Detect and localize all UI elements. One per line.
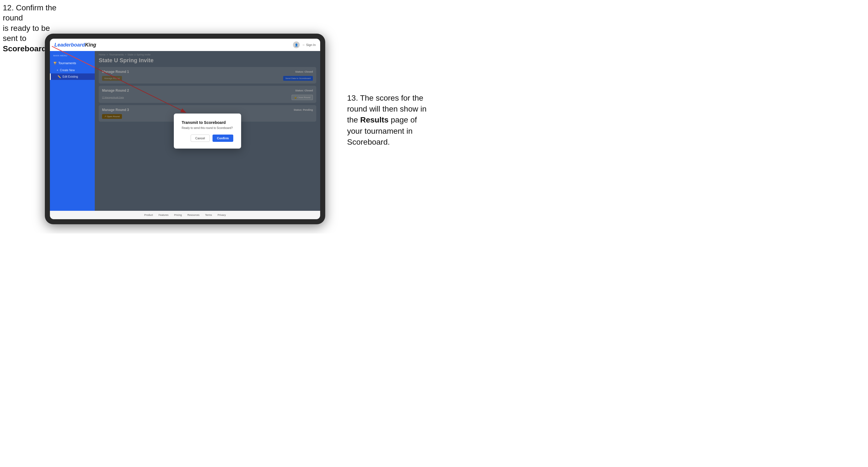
trophy-icon: 🏆 xyxy=(53,62,57,65)
footer-resources[interactable]: Resources xyxy=(188,214,199,216)
annotation-line2: is ready to be sent to xyxy=(3,24,50,42)
logo-text-king: King xyxy=(85,42,96,48)
nav-right: 👤 → Sign In xyxy=(293,41,316,48)
tablet-device: LeaderboardKing 👤 → Sign In MAIN MENU 🏆 … xyxy=(45,34,325,224)
sidebar-item-edit-existing[interactable]: ✏️ Edit Existing xyxy=(50,73,95,80)
user-avatar: 👤 xyxy=(293,41,300,48)
sidebar-item-create-new[interactable]: + Create New xyxy=(50,67,95,73)
dialog-title: Transmit to Scoreboard xyxy=(182,120,233,125)
create-new-label: Create New xyxy=(60,69,75,72)
dialog-actions: Cancel Confirm xyxy=(182,134,233,142)
annotation-bold: Scoreboard. xyxy=(3,44,49,53)
sidebar-item-tournaments[interactable]: 🏆 Tournaments xyxy=(50,59,95,67)
footer-terms[interactable]: Terms xyxy=(205,214,212,216)
step-number: 12. xyxy=(3,3,14,12)
dialog-subtitle: Ready to send this round to Scoreboard? xyxy=(182,126,233,129)
sign-in-label: Sign In xyxy=(306,43,316,46)
top-nav: LeaderboardKing 👤 → Sign In xyxy=(50,39,320,51)
content-area: Home > Tournaments > State U Spring Invi… xyxy=(95,51,320,211)
modal-overlay: Transmit to Scoreboard Ready to send thi… xyxy=(95,51,320,211)
edit-existing-label: Edit Existing xyxy=(63,75,78,78)
footer-features[interactable]: Features xyxy=(158,214,168,216)
confirm-button[interactable]: Confirm xyxy=(213,134,233,142)
plus-icon: + xyxy=(57,69,58,72)
sign-in-button[interactable]: → Sign In xyxy=(302,43,316,46)
logo-area: LeaderboardKing xyxy=(54,42,96,48)
transmit-dialog: Transmit to Scoreboard Ready to send thi… xyxy=(174,114,241,149)
logo: LeaderboardKing xyxy=(54,42,96,48)
footer-privacy[interactable]: Privacy xyxy=(218,214,226,216)
sidebar: MAIN MENU 🏆 Tournaments + Create New ✏️ … xyxy=(50,51,95,211)
logo-text-main: Leaderboard xyxy=(54,42,85,48)
main-menu-label: MAIN MENU xyxy=(50,54,95,59)
edit-icon: ✏️ xyxy=(58,75,61,78)
tablet-screen: LeaderboardKing 👤 → Sign In MAIN MENU 🏆 … xyxy=(50,39,320,219)
annotation-right: 13. The scores for the round will then s… xyxy=(347,93,428,148)
footer: Product Features Pricing Resources Terms… xyxy=(50,211,320,219)
main-area: MAIN MENU 🏆 Tournaments + Create New ✏️ … xyxy=(50,51,320,211)
footer-pricing[interactable]: Pricing xyxy=(174,214,182,216)
annotation-right-step: 13. The scores for the round will then s… xyxy=(347,94,427,146)
tournaments-label: Tournaments xyxy=(58,61,76,65)
footer-product[interactable]: Product xyxy=(144,214,153,216)
sign-in-icon: → xyxy=(302,43,305,46)
cancel-button[interactable]: Cancel xyxy=(191,134,210,142)
